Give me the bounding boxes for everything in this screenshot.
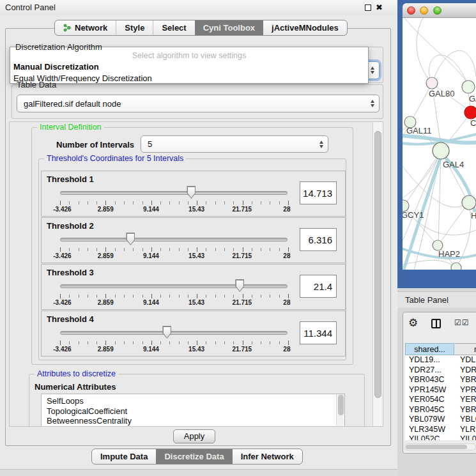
slider-thumb[interactable] [126,233,135,245]
app-root: Control Panel Network Style Select [0,0,476,476]
tab-jactivemnodules[interactable]: jActiveMNodules [263,20,347,35]
right-panel: GAL80 GA C GAL11 GAL4 GCY1 H HAP2 Table … [397,0,476,476]
control-panel: Control Panel Network Style Select [0,0,397,476]
slider-ticks [60,341,288,344]
list-scrollbar[interactable] [336,394,344,427]
tab-cyni-toolbox[interactable]: Cyni Toolbox [195,20,263,35]
tab-network[interactable]: Network [55,20,116,35]
node-label-hap2: HAP2 [438,249,460,259]
threshold-4-value-field[interactable] [300,321,337,344]
table-hscrollbar-thumb[interactable] [406,445,467,449]
attributes-group-title: Attributes to discretize [35,369,118,379]
tab-style[interactable]: Style [116,20,153,35]
tab-infer-network[interactable]: Infer Network [233,449,302,464]
threshold-3-label: Threshold 3 [47,268,94,277]
table-row[interactable]: YDL19... YDL1 [405,355,476,365]
settings-vertical-scrollbar[interactable] [372,122,383,426]
columns-icon[interactable] [431,319,441,328]
slider-ticks [60,201,288,204]
list-item[interactable]: TopologicalCoefficient [42,406,344,417]
checkboxes-icon[interactable] [454,318,470,327]
network-canvas[interactable]: GAL80 GA C GAL11 GAL4 GCY1 H HAP2 [403,18,476,270]
table-row[interactable]: YBR043C YBR0 [405,375,476,385]
threshold-2-slider[interactable] [60,232,288,247]
slider-thumb[interactable] [187,186,196,199]
slider-thumb[interactable] [235,279,244,292]
node-gal80 [426,77,438,89]
numerical-attributes-label: Numerical Attributes [35,382,116,392]
network-window: GAL80 GA C GAL11 GAL4 GCY1 H HAP2 [397,0,476,288]
table-horizontal-scrollbar[interactable] [404,443,476,450]
number-of-intervals-label: Number of Intervals [56,140,134,150]
network-window-titlebar[interactable] [403,3,476,18]
algorithm-option-manual[interactable]: Manual Discretization [10,62,368,72]
table-row[interactable]: YIL052C YIL0 [405,434,476,440]
tab-select[interactable]: Select [153,20,194,35]
apply-button[interactable]: Apply [173,429,215,443]
slider-scale-labels: -3.426 2.859 9.144 15.43 21.715 28 [60,299,288,307]
combo-stepper-icon [319,141,323,148]
table-row[interactable]: YBL079W YBL0 [405,415,476,425]
table-data-combobox[interactable]: galFiltered.sif default node [17,95,380,112]
table-row[interactable]: YDR27... YDR2 [405,365,476,376]
minimize-traffic-button[interactable] [420,6,428,15]
gear-icon[interactable] [408,316,418,329]
control-panel-titlebar: Control Panel [0,0,397,15]
threshold-2-label: Threshold 2 [47,221,94,231]
threshold-4-label: Threshold 4 [47,314,94,324]
threshold-1-slider[interactable] [60,185,288,201]
node-red [464,106,476,119]
threshold-2-value-field[interactable] [300,228,337,251]
slider-scale-labels: -3.426 2.859 9.144 15.43 21.715 28 [60,252,288,260]
table-row[interactable]: YER054C YER0 [405,395,476,405]
close-icon[interactable] [376,1,386,14]
panel-title: Control Panel [5,0,56,15]
number-of-intervals-combobox[interactable]: 5 [141,135,328,153]
table-row[interactable]: YLR345W YLR3 [405,425,476,435]
interval-definition-group: Interval Definition Number of Intervals … [31,127,353,365]
number-of-intervals-value: 5 [148,139,152,149]
list-scrollbar-thumb[interactable] [338,395,344,415]
slider-scale-labels: -3.426 2.859 9.144 15.43 21.715 28 [60,206,288,213]
slider-thumb[interactable] [162,326,171,339]
column-header-name[interactable]: n [455,343,476,355]
slider-track[interactable] [60,284,288,288]
threshold-1-value-field[interactable] [300,181,337,204]
zoom-traffic-button[interactable] [433,6,441,15]
table-panel-title: Table Panel [405,292,449,309]
numerical-attributes-list: SelfLoops TopologicalCoefficient Between… [41,394,345,427]
attributes-group: Attributes to discretize Numerical Attri… [29,374,365,427]
close-traffic-button[interactable] [407,6,415,15]
slider-scale-labels: -3.426 2.859 9.144 15.43 21.715 28 [60,346,288,353]
table-row[interactable]: YPR145W YPR1 [405,385,476,395]
threshold-1-label: Threshold 1 [47,174,94,184]
tab-network-label: Network [75,23,107,33]
float-window-icon[interactable] [365,4,371,11]
threshold-3-value-field[interactable] [300,275,337,298]
table-row[interactable]: YBR045C YBR0 [405,405,476,415]
table-data-value: galFiltered.sif default node [24,99,121,109]
table-panel-box: shared... n YDL19... YDL1 YDR27... YDR2 … [403,312,476,454]
list-item[interactable]: BetweennessCentrality [42,416,344,426]
tab-impute-data[interactable]: Impute Data [92,449,156,464]
algorithm-option-equal-width[interactable]: Equal Width/Frequency Discretization [10,73,368,83]
list-item[interactable]: SelfLoops [42,396,344,406]
node-label-gal11: GAL11 [406,126,432,135]
slider-track[interactable] [60,191,288,195]
slider-track[interactable] [60,238,288,242]
threshold-3-slider[interactable] [60,279,288,294]
algorithm-prompt-item: Select algorithm to view settings [10,51,368,60]
threshold-4-slider[interactable] [60,325,288,341]
table-rows: YDL19... YDL1 YDR27... YDR2 YBR043C YBR0… [405,355,476,440]
column-header-shared[interactable]: shared... [405,343,454,355]
slider-ticks [60,295,288,298]
settings-scroll-area: Interval Definition Number of Intervals … [9,121,383,427]
settings-scrollbar-thumb[interactable] [374,131,381,398]
network-graph [403,18,476,270]
node-right [462,196,476,210]
node-label-partial-c: C [470,118,476,128]
threshold-4-panel: Threshold 4 -3.426 2.859 9.144 15. [41,311,346,357]
slider-track[interactable] [60,331,288,335]
algorithm-dropdown-popup: Select algorithm to view settings Manual… [10,47,369,84]
tab-discretize-data[interactable]: Discretize Data [156,449,232,464]
